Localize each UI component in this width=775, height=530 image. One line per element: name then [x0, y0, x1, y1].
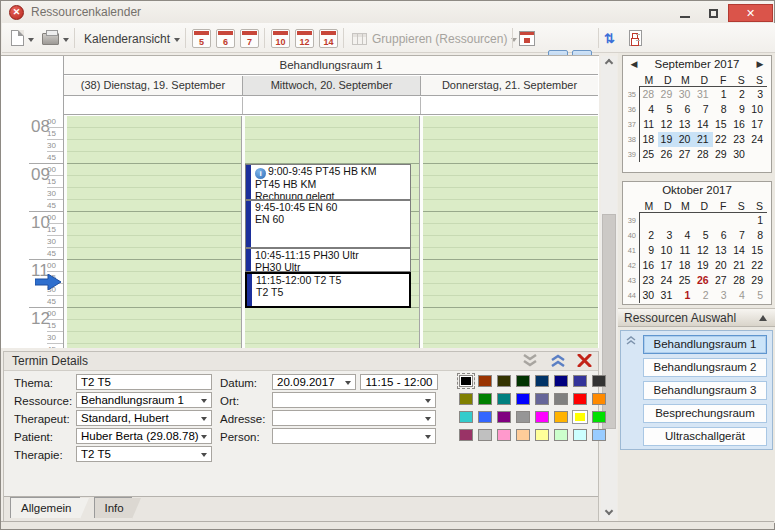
- date-cell[interactable]: 10: [749, 102, 767, 117]
- date-cell[interactable]: 13: [676, 117, 694, 132]
- date-cell[interactable]: 8: [713, 102, 731, 117]
- collapse-arrow-icon[interactable]: [759, 315, 767, 321]
- date-cell[interactable]: [731, 213, 749, 228]
- color-swatch[interactable]: [592, 393, 606, 405]
- date-cell[interactable]: 30: [676, 87, 694, 102]
- color-swatch[interactable]: [516, 411, 530, 423]
- day-column-tuesday[interactable]: [64, 116, 241, 348]
- color-swatch[interactable]: [497, 411, 511, 423]
- color-swatch[interactable]: [554, 375, 568, 387]
- date-cell[interactable]: 3: [749, 87, 767, 102]
- date-cell[interactable]: 28: [731, 273, 749, 288]
- group-by-resources-button[interactable]: Gruppieren (Ressourcen): [372, 32, 517, 46]
- date-cell[interactable]: 4: [731, 288, 749, 303]
- date-cell[interactable]: [694, 213, 712, 228]
- date-cell[interactable]: 14: [694, 117, 712, 132]
- date-cell[interactable]: 4: [640, 102, 658, 117]
- date-cell[interactable]: 13: [713, 243, 731, 258]
- date-cell[interactable]: 9: [640, 243, 658, 258]
- expand-panel-icon[interactable]: [549, 354, 567, 367]
- refresh-icon[interactable]: ⇅: [604, 31, 615, 46]
- date-cell[interactable]: 26: [658, 147, 676, 162]
- field-input[interactable]: T2 T5: [76, 374, 212, 390]
- color-swatch[interactable]: [459, 375, 473, 387]
- resource-button[interactable]: Behandlungsraum 3: [643, 381, 767, 400]
- date-cell[interactable]: 4: [676, 228, 694, 243]
- field-input[interactable]: Huber Berta (29.08.78): [76, 428, 212, 444]
- date-cell[interactable]: [658, 213, 676, 228]
- date-cell[interactable]: 15: [749, 243, 767, 258]
- day-view-button[interactable]: 5: [192, 29, 211, 48]
- reorder-up-icon[interactable]: [625, 335, 637, 347]
- date-cell[interactable]: 19: [694, 258, 712, 273]
- new-document-icon[interactable]: [11, 30, 24, 46]
- color-swatch[interactable]: [554, 393, 568, 405]
- print-icon[interactable]: [42, 33, 59, 45]
- next-month-icon[interactable]: ▶: [753, 56, 767, 73]
- date-cell[interactable]: 9: [731, 102, 749, 117]
- date-cell[interactable]: 20: [676, 132, 694, 147]
- date-cell[interactable]: 25: [640, 147, 658, 162]
- field-input[interactable]: T2 T5: [76, 446, 212, 462]
- date-cell[interactable]: 24: [658, 273, 676, 288]
- color-swatch[interactable]: [592, 375, 606, 387]
- color-swatch[interactable]: [573, 411, 587, 423]
- scroll-down-button[interactable]: [601, 506, 617, 519]
- time-range-input[interactable]: 11:15 - 12:00: [360, 374, 438, 390]
- date-cell[interactable]: 29: [658, 87, 676, 102]
- date-cell[interactable]: 5: [749, 288, 767, 303]
- color-swatch[interactable]: [554, 429, 568, 441]
- dropdown-arrow-icon[interactable]: [201, 435, 207, 439]
- date-cell[interactable]: 3: [713, 288, 731, 303]
- field-input[interactable]: Standard, Hubert: [76, 410, 212, 426]
- date-cell[interactable]: 29: [713, 147, 731, 162]
- date-cell[interactable]: 5: [694, 228, 712, 243]
- date-cell[interactable]: 17: [749, 117, 767, 132]
- color-swatch[interactable]: [478, 429, 492, 441]
- day-header[interactable]: (38) Dienstag, 19. September: [64, 76, 242, 95]
- resource-button[interactable]: Behandlungsraum 2: [643, 358, 767, 377]
- close-panel-icon[interactable]: [577, 354, 592, 367]
- color-swatch[interactable]: [478, 375, 492, 387]
- resource-button[interactable]: Ultraschallgerät: [643, 427, 767, 446]
- color-swatch[interactable]: [573, 429, 587, 441]
- color-swatch[interactable]: [573, 375, 587, 387]
- date-cell[interactable]: 14: [731, 243, 749, 258]
- color-swatch[interactable]: [478, 393, 492, 405]
- allday-cell[interactable]: [242, 97, 420, 114]
- date-cell[interactable]: 20: [713, 258, 731, 273]
- date-cell[interactable]: 31: [694, 87, 712, 102]
- options-checklist-icon[interactable]: [629, 30, 642, 46]
- date-cell[interactable]: 27: [713, 273, 731, 288]
- color-swatch[interactable]: [459, 429, 473, 441]
- day-header[interactable]: Mittwoch, 20. September: [242, 76, 420, 95]
- color-swatch[interactable]: [592, 411, 606, 423]
- color-swatch[interactable]: [478, 411, 492, 423]
- date-cell[interactable]: 3: [658, 228, 676, 243]
- dropdown-arrow-icon[interactable]: [201, 417, 207, 421]
- dropdown-arrow-icon[interactable]: [201, 453, 207, 457]
- date-cell[interactable]: 18: [676, 258, 694, 273]
- dropdown-arrow-icon[interactable]: [425, 417, 431, 421]
- date-cell[interactable]: 22: [749, 258, 767, 273]
- calendar-view-button[interactable]: Kalenderansicht: [84, 32, 180, 46]
- scroll-up-button[interactable]: [601, 56, 617, 69]
- date-cell[interactable]: 23: [731, 132, 749, 147]
- allday-cell[interactable]: [420, 97, 598, 114]
- details-tab[interactable]: Info: [94, 497, 132, 518]
- date-cell[interactable]: 29: [749, 273, 767, 288]
- date-cell[interactable]: 30: [640, 288, 658, 303]
- dropdown-arrow-icon[interactable]: [345, 381, 351, 385]
- date-cell[interactable]: 7: [694, 102, 712, 117]
- color-swatch[interactable]: [592, 429, 606, 441]
- day-column-thursday[interactable]: [419, 116, 598, 348]
- date-cell[interactable]: 28: [640, 87, 658, 102]
- date-cell[interactable]: 25: [676, 273, 694, 288]
- date-cell[interactable]: 21: [731, 258, 749, 273]
- color-swatch[interactable]: [497, 429, 511, 441]
- close-button[interactable]: ✕: [728, 4, 773, 22]
- date-cell[interactable]: [640, 213, 658, 228]
- color-swatch[interactable]: [535, 375, 549, 387]
- prev-month-icon[interactable]: ◀: [627, 56, 641, 73]
- date-cell[interactable]: 10: [658, 243, 676, 258]
